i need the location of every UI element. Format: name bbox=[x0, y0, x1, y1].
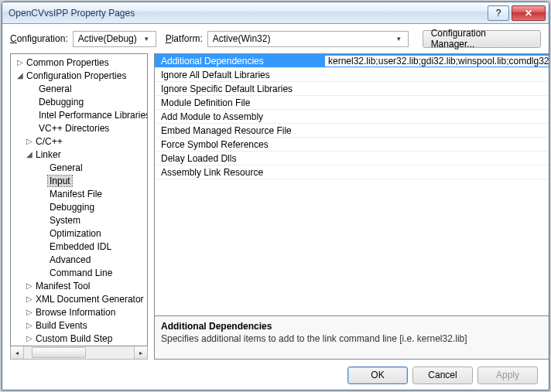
tree-item-linker-debugging[interactable]: Debugging bbox=[11, 200, 147, 213]
chevron-down-icon: ▾ bbox=[393, 35, 405, 43]
description-title: Additional Dependencies bbox=[161, 321, 549, 332]
prop-value[interactable]: kernel32.lib;user32.lib;gdi32.lib;winspo… bbox=[325, 56, 549, 66]
prop-embed-managed-resource-file[interactable]: Embed Managed Resource File bbox=[155, 124, 549, 138]
cancel-button[interactable]: Cancel bbox=[412, 366, 473, 384]
prop-name: Additional Dependencies bbox=[155, 56, 325, 66]
dialog-window: OpenCVvsIPP Property Pages ? ✕ Configura… bbox=[2, 2, 549, 390]
configuration-manager-button[interactable]: Configuration Manager... bbox=[423, 30, 541, 48]
tree-item-linker-command-line[interactable]: Command Line bbox=[11, 266, 147, 279]
prop-name: Module Definition File bbox=[155, 97, 325, 108]
expand-icon[interactable]: ▷ bbox=[25, 137, 34, 145]
prop-force-symbol-references[interactable]: Force Symbol References bbox=[155, 138, 549, 152]
expand-icon[interactable]: ▷ bbox=[25, 308, 34, 316]
tree-item-linker-input[interactable]: Input bbox=[11, 174, 147, 187]
expand-icon[interactable]: ▷ bbox=[25, 281, 34, 290]
expand-icon[interactable]: ▷ bbox=[25, 334, 34, 343]
prop-delay-loaded-dlls[interactable]: Delay Loaded Dlls bbox=[155, 152, 549, 165]
tree-item-linker-advanced[interactable]: Advanced bbox=[11, 253, 147, 266]
chevron-down-icon: ▾ bbox=[141, 35, 152, 43]
prop-name: Add Module to Assembly bbox=[155, 111, 325, 122]
prop-name: Ignore Specific Default Libraries bbox=[155, 84, 325, 94]
prop-add-module-to-assembly[interactable]: Add Module to Assembly bbox=[155, 110, 549, 124]
prop-additional-dependencies[interactable]: Additional Dependencies kernel32.lib;use… bbox=[155, 54, 549, 68]
window-title: OpenCVvsIPP Property Pages bbox=[9, 8, 488, 19]
prop-module-definition-file[interactable]: Module Definition File bbox=[155, 96, 549, 110]
scroll-left-button[interactable]: ◂ bbox=[11, 346, 24, 359]
property-panel: Additional Dependencies kernel32.lib;use… bbox=[154, 53, 549, 360]
tree-item-configuration-properties[interactable]: ◢Configuration Properties bbox=[11, 69, 147, 82]
prop-name: Force Symbol References bbox=[155, 139, 325, 150]
tree-item-linker-optimization[interactable]: Optimization bbox=[11, 227, 147, 240]
prop-ignore-specific-default-libraries[interactable]: Ignore Specific Default Libraries bbox=[155, 82, 549, 96]
ok-button[interactable]: OK bbox=[347, 366, 408, 384]
collapse-icon[interactable]: ◢ bbox=[25, 150, 34, 159]
prop-ignore-all-default-libraries[interactable]: Ignore All Default Libraries bbox=[155, 68, 549, 82]
titlebar[interactable]: OpenCVvsIPP Property Pages ? ✕ bbox=[2, 2, 549, 24]
tree-item-linker[interactable]: ◢Linker bbox=[11, 148, 147, 161]
platform-value: Active(Win32) bbox=[213, 33, 393, 44]
expand-icon[interactable]: ▷ bbox=[15, 58, 25, 66]
tree-item-general[interactable]: General bbox=[11, 82, 147, 95]
tree-item-common-properties[interactable]: ▷Common Properties bbox=[11, 56, 147, 69]
prop-name: Embed Managed Resource File bbox=[155, 125, 325, 136]
apply-button[interactable]: Apply bbox=[477, 366, 538, 384]
configuration-value: Active(Debug) bbox=[78, 33, 141, 44]
tree-item-intel-performance-libraries[interactable]: Intel Performance Libraries bbox=[11, 108, 147, 121]
close-icon: ✕ bbox=[525, 8, 532, 19]
prop-name: Assembly Link Resource bbox=[155, 167, 325, 178]
scroll-thumb[interactable] bbox=[32, 347, 86, 358]
collapse-icon[interactable]: ◢ bbox=[15, 71, 25, 80]
configuration-combo[interactable]: Active(Debug) ▾ bbox=[73, 31, 156, 47]
configuration-label: Configuration: bbox=[10, 33, 68, 44]
config-toolbar: Configuration: Active(Debug) ▾ Platform:… bbox=[2, 24, 549, 53]
description-text: Specifies additional items to add to the… bbox=[161, 333, 549, 344]
scroll-track[interactable] bbox=[24, 346, 134, 359]
expand-icon[interactable]: ▷ bbox=[25, 321, 34, 329]
prop-name: Ignore All Default Libraries bbox=[155, 70, 325, 80]
tree-panel: ▷Common Properties ◢Configuration Proper… bbox=[10, 53, 148, 360]
tree-item-linker-general[interactable]: General bbox=[11, 161, 147, 174]
scroll-right-button[interactable]: ▸ bbox=[134, 346, 147, 359]
tree-item-browse-information[interactable]: ▷Browse Information bbox=[11, 305, 147, 319]
platform-label: Platform: bbox=[166, 33, 203, 44]
tree-item-linker-embedded-idl[interactable]: Embedded IDL bbox=[11, 240, 147, 253]
dialog-footer: OK Cancel Apply bbox=[2, 360, 549, 390]
tree-item-vc-directories[interactable]: VC++ Directories bbox=[11, 121, 147, 135]
property-grid[interactable]: Additional Dependencies kernel32.lib;use… bbox=[154, 53, 549, 316]
tree-item-ccpp[interactable]: ▷C/C++ bbox=[11, 135, 147, 148]
category-tree[interactable]: ▷Common Properties ◢Configuration Proper… bbox=[10, 53, 148, 346]
tree-item-linker-manifest-file[interactable]: Manifest File bbox=[11, 187, 147, 200]
close-button[interactable]: ✕ bbox=[512, 5, 546, 21]
expand-icon[interactable]: ▷ bbox=[25, 295, 34, 303]
tree-item-debugging[interactable]: Debugging bbox=[11, 95, 147, 108]
platform-combo[interactable]: Active(Win32) ▾ bbox=[207, 31, 409, 47]
content-area: ▷Common Properties ◢Configuration Proper… bbox=[2, 53, 549, 360]
tree-item-linker-system[interactable]: System bbox=[11, 213, 147, 227]
tree-horizontal-scrollbar[interactable]: ◂ ▸ bbox=[10, 346, 148, 360]
tree-item-xml-document-generator[interactable]: ▷XML Document Generator bbox=[11, 292, 147, 305]
tree-item-build-events[interactable]: ▷Build Events bbox=[11, 319, 147, 332]
help-button[interactable]: ? bbox=[488, 5, 509, 21]
configuration-manager-label: Configuration Manager... bbox=[431, 28, 532, 49]
prop-assembly-link-resource[interactable]: Assembly Link Resource bbox=[155, 165, 549, 179]
prop-name: Delay Loaded Dlls bbox=[155, 153, 325, 164]
help-icon: ? bbox=[496, 8, 501, 19]
description-panel: Additional Dependencies Specifies additi… bbox=[154, 316, 549, 360]
tree-item-manifest-tool[interactable]: ▷Manifest Tool bbox=[11, 279, 147, 292]
tree-item-custom-build-step[interactable]: ▷Custom Build Step bbox=[11, 332, 147, 345]
